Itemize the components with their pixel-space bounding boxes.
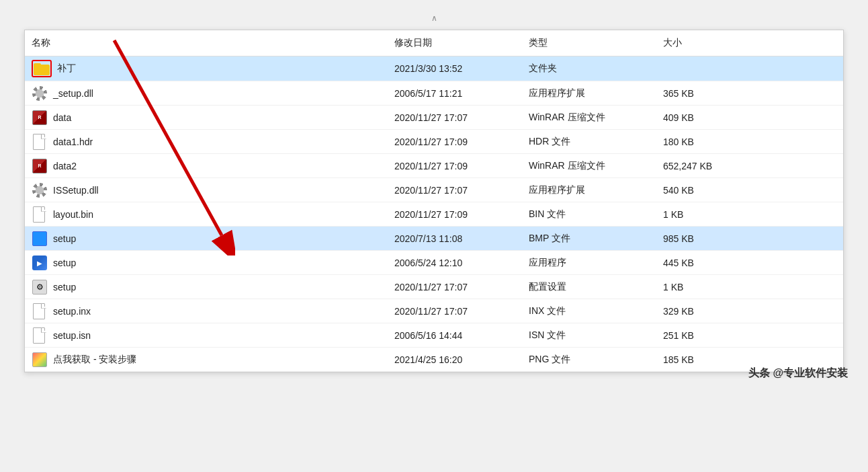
file-name-cell: 补丁 [25,58,388,79]
table-row[interactable]: _setup.dll 2006/5/17 11:21应用程序扩展365 KB [25,81,843,106]
selected-folder-outline [32,60,52,77]
file-icon-container: ⚙ [32,280,48,294]
file-type: WinRAR 压缩文件 [522,159,656,173]
file-name-cell: layout.bin [25,206,388,223]
file-size: 329 KB [656,305,757,318]
table-header: 名称 修改日期 类型 大小 [25,30,843,56]
table-row[interactable]: data1.hdr 2020/11/27 17:09HDR 文件180 KB [25,130,843,154]
file-name-cell: R data [25,109,388,126]
table-row[interactable]: R data2 2020/11/27 17:09WinRAR 压缩文件652,2… [25,154,843,178]
table-row[interactable]: 补丁 2021/3/30 13:52文件夹 [25,56,843,81]
bmp-icon [32,231,47,246]
table-row[interactable]: R data 2020/11/27 17:07WinRAR 压缩文件409 KB [25,106,843,130]
file-name: setup.isn [53,330,91,341]
file-name: data2 [53,161,77,171]
file-date: 2020/11/27 17:09 [388,208,522,221]
table-row[interactable]: setup.isn 2006/5/16 14:44ISN 文件251 KB [25,323,843,348]
file-icon-container: R [32,159,48,173]
file-size: 180 KB [656,135,757,149]
file-name-cell: setup.inx [25,303,388,320]
file-date: 2006/5/16 14:44 [388,329,522,342]
col-name-header[interactable]: 名称 [25,34,388,52]
file-explorer: 名称 修改日期 类型 大小 补丁 2021/3/30 13:52文件夹 _set… [24,30,844,372]
rar-icon: R [32,110,47,125]
col-size-header[interactable]: 大小 [656,34,757,52]
file-icon-container [32,86,48,101]
file-date: 2020/11/27 17:07 [388,184,522,197]
file-type: 应用程序扩展 [522,183,656,198]
file-name: setup [53,282,76,292]
file-size: 1 KB [656,280,757,294]
file-name: setup [53,258,76,268]
table-row[interactable]: 点我获取 - 安装步骤 2021/4/25 16:20PNG 文件185 KB [25,348,843,372]
table-row[interactable]: ⚙ setup 2020/11/27 17:07配置设置1 KB [25,275,843,299]
file-type: 应用程序 [522,255,656,270]
file-size [656,67,757,70]
file-size: 409 KB [656,111,757,124]
table-row[interactable]: setup 2006/5/24 12:10应用程序445 KB [25,251,843,275]
file-size: 445 KB [656,256,757,270]
file-name: _setup.dll [53,88,93,99]
file-icon-container [32,183,48,198]
folder-icon [34,62,50,75]
file-name-cell: ⚙ setup [25,278,388,296]
file-type: PNG 文件 [522,352,656,367]
file-icon-container [32,134,48,149]
file-name-cell: setup [25,254,388,272]
file-date: 2020/11/27 17:07 [388,280,522,294]
col-type-header[interactable]: 类型 [522,34,656,52]
file-date: 2006/5/24 12:10 [388,256,522,270]
dll-icon [32,183,47,198]
file-type: BMP 文件 [522,231,656,246]
file-name-cell: setup [25,230,388,247]
col-date-header[interactable]: 修改日期 [388,34,522,52]
file-date: 2020/11/27 17:07 [388,111,522,124]
rar-icon: R [32,159,47,173]
file-name: data [53,112,71,123]
file-name-cell: R data2 [25,157,388,175]
dll-icon [32,86,47,101]
file-name-cell: ISSetup.dll [25,182,388,199]
file-size: 985 KB [656,232,757,245]
file-size: 185 KB [656,353,757,366]
file-size: 652,247 KB [656,159,757,173]
file-type: WinRAR 压缩文件 [522,110,656,125]
cfg-icon: ⚙ [32,280,47,294]
file-date: 2020/11/27 17:09 [388,135,522,149]
file-date: 2020/11/27 17:09 [388,159,522,173]
file-name-cell: 点我获取 - 安装步骤 [25,351,388,368]
file-type: INX 文件 [522,304,656,319]
app-icon [32,255,47,270]
table-row[interactable]: ISSetup.dll 2020/11/27 17:07应用程序扩展540 KB [25,178,843,202]
watermark: 头条 @专业软件安装 [748,366,848,381]
file-name: data1.hdr [53,136,93,147]
file-type: HDR 文件 [522,134,656,149]
file-icon-container [32,304,48,319]
file-icon-container [32,255,48,270]
file-date: 2021/3/30 13:52 [388,62,522,75]
file-size: 365 KB [656,87,757,100]
file-size: 1 KB [656,208,757,221]
file-type: ISN 文件 [522,328,656,343]
file-icon-container [32,328,48,343]
file-icon [33,206,46,223]
file-type: BIN 文件 [522,207,656,222]
png-icon [32,352,47,367]
table-row[interactable]: layout.bin 2020/11/27 17:09BIN 文件1 KB [25,202,843,227]
file-date: 2021/4/25 16:20 [388,353,522,366]
file-icon-container [32,231,48,246]
file-name: 补丁 [57,63,76,75]
file-type: 配置设置 [522,280,656,294]
file-name: setup.inx [53,306,91,317]
sort-arrow[interactable]: ∧ [24,13,844,23]
table-row[interactable]: setup 2020/7/13 11:08BMP 文件985 KB [25,227,843,251]
file-type: 应用程序扩展 [522,86,656,101]
table-row[interactable]: setup.inx 2020/11/27 17:07INX 文件329 KB [25,299,843,323]
file-size: 251 KB [656,329,757,342]
file-date: 2006/5/17 11:21 [388,87,522,100]
file-name: 点我获取 - 安装步骤 [53,354,136,366]
file-icon-container [32,207,48,222]
file-name-cell: data1.hdr [25,133,388,151]
file-size: 540 KB [656,184,757,197]
file-name: ISSetup.dll [53,185,99,196]
